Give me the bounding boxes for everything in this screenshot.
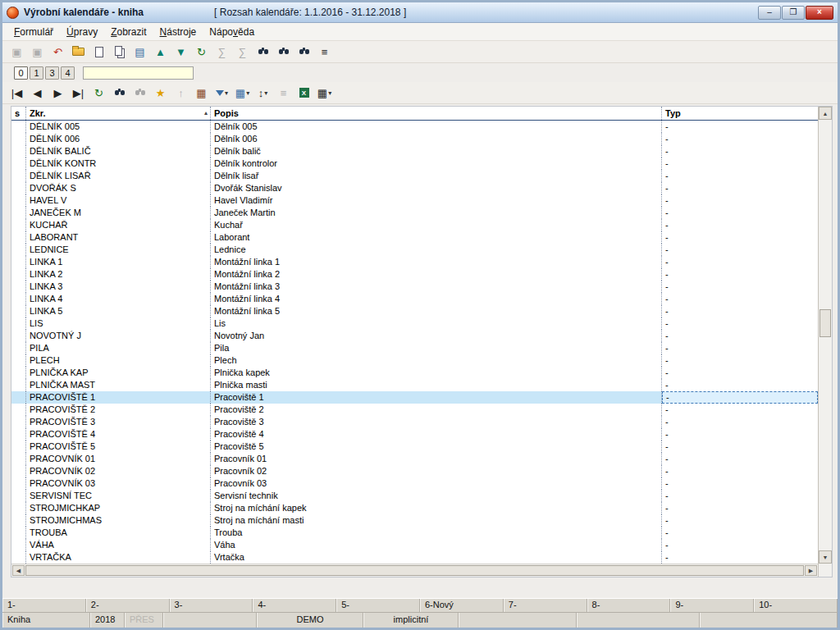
table-row[interactable]: DĚLNÍK BALIČDělník balič- [11, 145, 818, 158]
new-document-icon[interactable] [89, 43, 108, 61]
table-row[interactable]: LEDNICELednice- [11, 244, 818, 256]
table-row[interactable]: PRACOVNÍK 02Pracovník 02- [11, 465, 818, 477]
fkey-3[interactable]: 3- [170, 599, 253, 612]
fkey-1[interactable]: 1- [2, 599, 86, 612]
table-row[interactable]: PLECHPlech- [11, 354, 818, 367]
tab-4[interactable]: 4 [61, 66, 75, 80]
first-record-icon[interactable]: |◀ [7, 84, 26, 102]
table-row[interactable]: PRACOVIŠTĚ 3Pracoviště 3- [11, 416, 818, 428]
menu-item-upravy[interactable]: Úpravy [60, 25, 104, 39]
column-header-zkr[interactable]: Zkr. ▴ [26, 107, 211, 120]
open-folder-icon[interactable] [69, 43, 88, 61]
menu-item-napoveda[interactable]: Nápověda [203, 25, 261, 39]
table-row[interactable]: LINKA 2Montážní linka 2- [11, 268, 818, 281]
open-book-icon[interactable]: ▤ [130, 43, 149, 61]
table-row[interactable]: NOVOTNÝ JNovotný Jan- [11, 330, 818, 342]
quick-search-icon[interactable]: ★ [151, 84, 170, 102]
last-record-icon[interactable]: ▶| [69, 84, 88, 102]
menu-item-formular[interactable]: Formulář [7, 25, 60, 39]
table-row[interactable]: DVOŘÁK SDvořák Stanislav- [11, 182, 818, 194]
fkey-6[interactable]: 6-Nový [420, 599, 504, 612]
search-icon[interactable] [253, 43, 272, 61]
column-header-typ[interactable]: Typ [662, 107, 818, 120]
scroll-right-icon[interactable]: ▶ [805, 565, 817, 576]
scroll-left-icon[interactable]: ◀ [12, 565, 25, 576]
table-row[interactable]: PLNIČKA MASTPlnička masti- [11, 379, 818, 391]
table-row[interactable]: PLNIČKA KAPPlnička kapek- [11, 367, 818, 379]
table-row[interactable]: LISLis- [11, 317, 818, 330]
filter-dropdown-icon[interactable]: ▾ [225, 89, 228, 97]
table-row[interactable]: PRACOVIŠTĚ 1Pracoviště 1- [11, 391, 818, 404]
table-row[interactable]: PRACOVNÍK 03Pracovník 03- [11, 477, 818, 490]
table-row[interactable]: DĚLNÍK 005Dělník 005- [11, 121, 818, 133]
table-columns-dropdown-icon[interactable]: ▾ [328, 89, 331, 97]
tab-3[interactable]: 3 [45, 66, 59, 80]
fkey-9[interactable]: 9- [670, 599, 754, 612]
menu-list-icon[interactable]: ≡ [315, 43, 334, 61]
fkey-5[interactable]: 5- [336, 599, 420, 612]
table-row[interactable]: VRTAČKAVrtačka- [11, 551, 818, 564]
column-header-s[interactable]: s [11, 107, 26, 120]
previous-record-icon[interactable]: ◀ [28, 84, 47, 102]
table-row[interactable]: STROJMICHMASStroj na míchání masti- [11, 514, 818, 527]
sort-dropdown-icon[interactable]: ▾ [264, 89, 267, 97]
quick-search-input[interactable] [83, 66, 194, 80]
horizontal-scroll-thumb[interactable] [25, 565, 804, 576]
vertical-scroll-thumb[interactable] [819, 309, 831, 337]
table-row[interactable]: STROJMICHKAPStroj na míchání kapek- [11, 502, 818, 514]
fkey-10[interactable]: 10- [754, 599, 838, 612]
fkey-8[interactable]: 8- [587, 599, 671, 612]
find-icon[interactable] [110, 84, 129, 102]
table-row[interactable]: SERVISNÍ TECServisní technik- [11, 490, 818, 502]
close-button[interactable]: × [806, 6, 833, 20]
refresh-list-icon[interactable]: ↻ [89, 84, 108, 102]
table-row[interactable]: PRACOVNÍK 01Pracovník 01- [11, 453, 818, 465]
fkey-2[interactable]: 2- [86, 599, 170, 612]
vertical-scroll-track[interactable] [819, 120, 832, 550]
table-row[interactable]: DĚLNÍK 006Dělník 006- [11, 133, 818, 145]
sort-icon[interactable]: ↕▾ [253, 84, 272, 102]
move-down-icon[interactable]: ▼ [171, 43, 190, 61]
vertical-scrollbar[interactable]: ▲ ▼ [818, 107, 832, 577]
fkey-7[interactable]: 7- [504, 599, 587, 612]
table-row[interactable]: KUCHAŘKuchař- [11, 219, 818, 231]
table-row[interactable]: LINKA 1Montážní linka 1- [11, 256, 818, 268]
table-row[interactable]: HAVEL VHavel Vladimír- [11, 194, 818, 207]
table-row[interactable]: PRACOVIŠTĚ 5Pracoviště 5- [11, 441, 818, 453]
table-row[interactable]: LINKA 4Montážní linka 4- [11, 293, 818, 305]
table-row[interactable]: LINKA 5Montážní linka 5- [11, 305, 818, 317]
table-row[interactable]: DĚLNÍK KONTRDělník kontrolor- [11, 158, 818, 170]
copy-document-icon[interactable] [110, 43, 129, 61]
tab-0[interactable]: 0 [14, 66, 28, 80]
table-row[interactable]: VÁHAVáha- [11, 539, 818, 551]
table-columns-icon[interactable]: ▦▾ [315, 84, 334, 102]
tab-1[interactable]: 1 [30, 66, 43, 80]
table-row[interactable]: PILAPila- [11, 342, 818, 354]
maximize-button[interactable]: ❐ [782, 6, 805, 20]
undo-icon[interactable]: ↶ [48, 43, 67, 61]
search-next-icon[interactable] [294, 43, 313, 61]
view-filter-dropdown-icon[interactable]: ▾ [246, 89, 249, 97]
menu-item-nastroje[interactable]: Nástroje [153, 25, 203, 39]
table-row[interactable]: PRACOVIŠTĚ 4Pracoviště 4- [11, 428, 818, 441]
move-up-icon[interactable]: ▲ [151, 43, 170, 61]
refresh-icon[interactable]: ↻ [192, 43, 211, 61]
view-filter-icon[interactable]: ▦▾ [233, 84, 252, 102]
column-header-popis[interactable]: Popis [211, 107, 662, 120]
table-row[interactable]: DĚLNÍK LISAŘDělník lisař- [11, 170, 818, 182]
table-row[interactable]: PRACOVIŠTĚ 2Pracoviště 2- [11, 404, 818, 416]
menu-item-zobrazit[interactable]: Zobrazit [104, 25, 153, 39]
minimize-button[interactable]: – [758, 6, 781, 20]
scroll-down-icon[interactable]: ▼ [819, 550, 832, 564]
table-row[interactable]: LINKA 3Montážní linka 3- [11, 281, 818, 293]
filter-icon[interactable]: ▾ [212, 84, 231, 102]
fkey-4[interactable]: 4- [253, 599, 336, 612]
next-record-icon[interactable]: ▶ [48, 84, 67, 102]
horizontal-scrollbar[interactable]: ◀ ▶ [11, 564, 818, 577]
excel-export-icon[interactable]: X [294, 84, 313, 102]
date-range-icon[interactable]: ▦ [192, 84, 211, 102]
scroll-up-icon[interactable]: ▲ [819, 107, 832, 120]
table-row[interactable]: JANEČEK MJaneček Martin- [11, 207, 818, 219]
table-row[interactable]: TROUBATrouba- [11, 527, 818, 539]
search-book-icon[interactable] [274, 43, 293, 61]
